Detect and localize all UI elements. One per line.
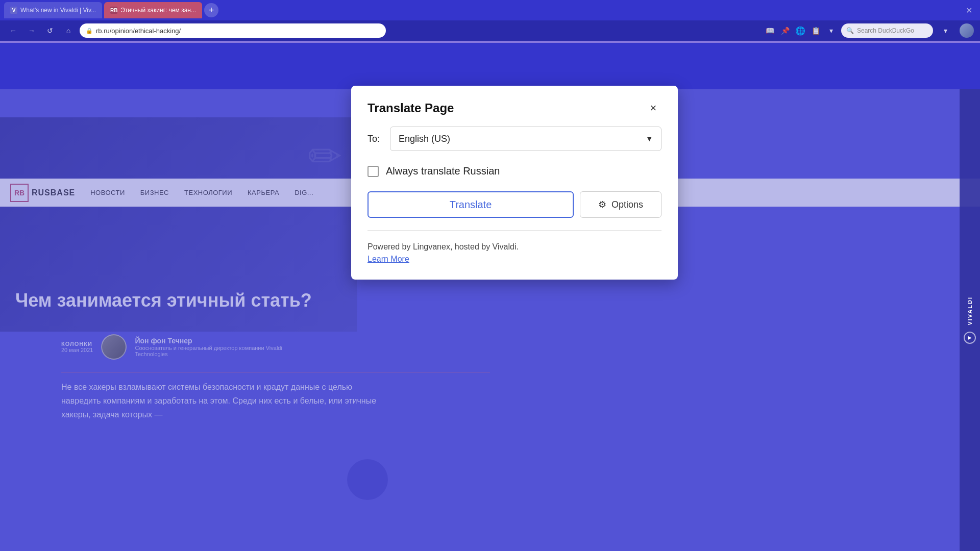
dialog-title: Translate Page: [368, 101, 454, 115]
toolbar-icon-2[interactable]: 📌: [779, 24, 791, 37]
translate-to-row: To: English (US) ▼: [368, 127, 662, 151]
user-avatar[interactable]: [960, 23, 974, 38]
close-window-button[interactable]: ✕: [962, 3, 976, 17]
forward-button[interactable]: →: [24, 23, 39, 38]
options-button[interactable]: ⚙ Options: [580, 191, 662, 218]
url-bar[interactable]: 🔒 rb.ru/opinion/ethical-hacking/: [80, 23, 386, 38]
to-label: To:: [368, 134, 380, 144]
translate-dialog: Translate Page × To: English (US) ▼ Alwa…: [351, 86, 678, 280]
vivaldi-icon[interactable]: ▶: [964, 332, 976, 344]
tab-inactive[interactable]: V What's new in Vivaldi | Viv...: [4, 2, 102, 18]
browser-chrome: V What's new in Vivaldi | Viv... RB Этич…: [0, 0, 980, 89]
search-placeholder: Search DuckDuckGo: [857, 27, 914, 34]
tab-bar: V What's new in Vivaldi | Viv... RB Этич…: [0, 0, 980, 20]
dialog-header: Translate Page ×: [351, 86, 678, 127]
url-text: rb.ru/opinion/ethical-hacking/: [96, 27, 181, 35]
always-translate-row: Always translate Russian: [368, 165, 662, 177]
search-icon: 🔍: [846, 27, 854, 34]
dialog-body: To: English (US) ▼ Always translate Russ…: [351, 127, 678, 280]
toolbar-icons: 📖 📌 🌐 📋 ▾: [764, 24, 837, 37]
reload-button[interactable]: ↺: [43, 23, 57, 38]
tab-favicon-inactive: V: [10, 7, 17, 14]
vivaldi-sidebar: VIVALDI ▶: [960, 89, 980, 551]
learn-more-link[interactable]: Learn More: [368, 255, 409, 263]
dropdown-arrow-icon: ▼: [646, 135, 653, 143]
powered-by-section: Powered by Lingvanex, hosted by Vivaldi.…: [368, 241, 662, 265]
dialog-divider: [368, 230, 662, 231]
language-select[interactable]: English (US) ▼: [390, 127, 662, 151]
tab-active-label: Этичный хакинг: чем зан...: [120, 7, 196, 14]
toolbar-icon-4[interactable]: ▾: [825, 24, 837, 37]
new-tab-button[interactable]: +: [204, 3, 218, 17]
always-translate-checkbox[interactable]: [368, 166, 379, 177]
selected-language: English (US): [399, 134, 450, 144]
gear-icon: ⚙: [598, 199, 606, 210]
toolbar-icon-3[interactable]: 📋: [810, 24, 822, 37]
search-bar[interactable]: 🔍 Search DuckDuckGo: [841, 23, 933, 38]
progress-bar: [0, 41, 980, 43]
lock-icon: 🔒: [86, 28, 93, 34]
toolbar-icon-1[interactable]: 📖: [764, 24, 776, 37]
close-dialog-button[interactable]: ×: [645, 100, 662, 116]
button-row: Translate ⚙ Options: [368, 191, 662, 218]
vivaldi-logo-text: VIVALDI: [967, 296, 973, 325]
options-label: Options: [611, 199, 643, 210]
translate-button[interactable]: Translate: [368, 191, 574, 218]
address-bar: ← → ↺ ⌂ 🔒 rb.ru/opinion/ethical-hacking/…: [0, 20, 980, 41]
dropdown-arrow-icon[interactable]: ▾: [939, 24, 951, 37]
tab-active[interactable]: RB Этичный хакинг: чем зан...: [104, 2, 202, 18]
tab-inactive-label: What's new in Vivaldi | Viv...: [20, 7, 96, 14]
powered-by-text: Powered by Lingvanex, hosted by Vivaldi.: [368, 242, 519, 251]
tab-favicon-active: RB: [110, 7, 117, 14]
always-translate-label[interactable]: Always translate Russian: [386, 165, 500, 177]
translate-toolbar-icon[interactable]: 🌐: [794, 24, 806, 37]
back-button[interactable]: ←: [6, 23, 20, 38]
home-button[interactable]: ⌂: [61, 23, 76, 38]
